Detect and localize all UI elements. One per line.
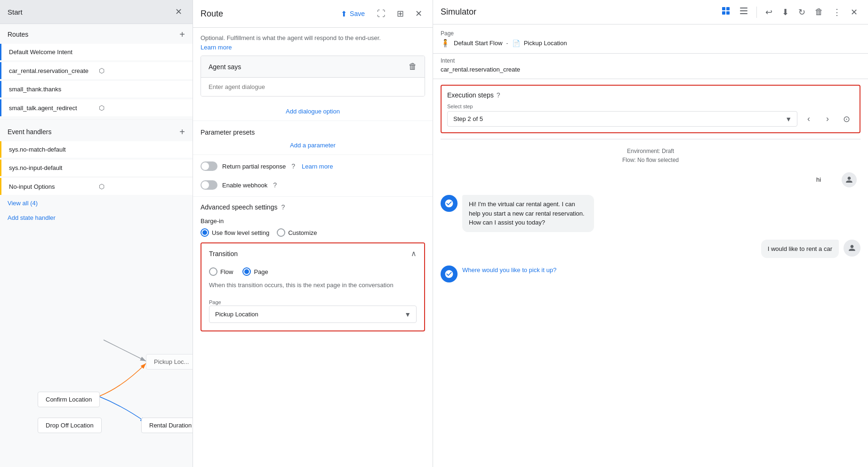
sim-page-info: Page 🧍 Default Start Flow - 📄 Pickup Loc…: [433, 24, 868, 54]
event-label: No-input Options: [9, 183, 95, 190]
advanced-speech-header: Advanced speech settings ?: [193, 199, 433, 216]
page-radio[interactable]: [242, 267, 251, 276]
path-dash: -: [506, 40, 508, 47]
agent-says-input[interactable]: [201, 78, 425, 96]
routes-section-header: Routes +: [0, 24, 193, 43]
canvas-node-dropoff[interactable]: Drop Off Location: [38, 418, 102, 433]
exec-steps-help-icon[interactable]: ?: [497, 91, 500, 99]
list-view-button[interactable]: [737, 5, 751, 19]
more-options-button[interactable]: ⋮: [830, 5, 844, 19]
collapse-transition-button[interactable]: ∧: [411, 249, 417, 258]
transition-description: When this transition occurs, this is the…: [201, 280, 424, 294]
event-item-no-input[interactable]: sys.no-input-default: [0, 160, 193, 176]
learn-more-link[interactable]: Learn more: [201, 44, 232, 51]
svg-rect-9: [740, 8, 747, 8]
doc-icon: ⬡: [99, 183, 185, 190]
event-item-no-input-options[interactable]: No-input Options ⬡: [0, 178, 193, 195]
simulator-title: Simulator: [441, 7, 715, 17]
table-view-button[interactable]: [719, 5, 733, 19]
route-label: Default Welcome Intent: [9, 48, 185, 56]
event-label: sys.no-match-default: [9, 146, 185, 153]
view-all-link[interactable]: View all (4): [0, 196, 193, 210]
refresh-button[interactable]: ↻: [796, 5, 808, 19]
event-handlers-section-header: Event handlers +: [0, 121, 193, 140]
fullscreen-button[interactable]: ⛶: [374, 6, 388, 22]
canvas-node-pickup[interactable]: Pickup Loc...: [146, 354, 193, 370]
svg-rect-11: [740, 13, 747, 14]
transition-type-row: Flow Page: [201, 264, 424, 280]
use-flow-level-label: Use flow level setting: [212, 229, 269, 236]
user-avatar: [844, 240, 860, 257]
webhook-help-icon[interactable]: ?: [273, 181, 277, 189]
canvas-node-rental[interactable]: Rental Duration: [141, 418, 193, 433]
page-select-label: Page: [209, 299, 221, 305]
flow-radio[interactable]: [209, 267, 217, 276]
return-partial-learn-more[interactable]: Learn more: [302, 163, 333, 170]
customize-label: Customize: [288, 229, 317, 236]
exec-step-select[interactable]: Step 1 of 5 Step 2 of 5 Step 3 of 5 Step…: [447, 111, 797, 127]
route-item-car-rental[interactable]: car_rental.reservation_create ⬡: [0, 62, 193, 79]
chat-area: Environment: Draft Flow: No flow selecte…: [433, 139, 868, 467]
agent-greeting-bubble: Hi! I'm the virtual car rental agent. I …: [462, 195, 594, 232]
sim-page-path: 🧍 Default Start Flow - 📄 Pickup Location: [441, 39, 860, 48]
user-hi-container: hi: [441, 172, 857, 187]
customize-radio[interactable]: [277, 228, 285, 237]
download-button[interactable]: ⬇: [779, 5, 792, 19]
route-panel-header: Route ⬆ Save ⛶ ⊞ ✕: [193, 0, 433, 28]
close-simulator-button[interactable]: ✕: [848, 5, 860, 19]
advanced-speech-help-icon[interactable]: ?: [281, 203, 285, 211]
exec-target-button[interactable]: ⊙: [839, 112, 854, 127]
return-partial-label: Return partial response: [222, 163, 286, 170]
page-select[interactable]: Pickup Location Drop Off Location Confir…: [209, 306, 417, 323]
agent-followup-message: Where would you like to pick it up?: [441, 266, 860, 282]
exec-prev-button[interactable]: ‹: [801, 112, 816, 127]
doc-icon: ⬡: [99, 104, 185, 112]
route-description: Optional. Fulfillment is what the agent …: [193, 28, 433, 56]
use-flow-level-option[interactable]: Use flow level setting: [201, 228, 269, 237]
doc-icon: ⬡: [99, 67, 185, 74]
customize-option[interactable]: Customize: [277, 228, 317, 237]
routes-label: Routes: [8, 31, 28, 38]
delete-agent-says-button[interactable]: 🗑: [409, 62, 417, 72]
page-name: Pickup Location: [524, 40, 567, 47]
barge-in-label: Barge-in: [201, 217, 425, 225]
event-item-no-match[interactable]: sys.no-match-default: [0, 141, 193, 158]
page-radio-option[interactable]: Page: [242, 267, 268, 276]
sim-page-section-label: Page: [441, 30, 860, 37]
page-select-wrapper: Pickup Location Drop Off Location Confir…: [209, 306, 417, 323]
intent-value: car_rental.reservation_create: [441, 66, 860, 73]
user-hi-text: hi: [816, 176, 821, 183]
add-dialogue-button[interactable]: Add dialogue option: [193, 104, 433, 119]
enable-webhook-toggle[interactable]: [201, 180, 217, 190]
undo-button[interactable]: ↩: [763, 5, 775, 19]
exec-next-button[interactable]: ›: [820, 112, 835, 127]
exec-steps-title: Execution steps: [447, 91, 494, 99]
close-left-panel-button[interactable]: ✕: [172, 6, 185, 18]
environment-info: Environment: Draft Flow: No flow selecte…: [441, 147, 860, 165]
env-text: Environment: Draft: [441, 147, 860, 156]
add-event-handler-button[interactable]: +: [179, 127, 185, 137]
grid-button[interactable]: ⊞: [394, 6, 407, 22]
flow-person-icon: 🧍: [441, 39, 450, 48]
page-file-icon: 📄: [512, 40, 520, 47]
delete-sim-button[interactable]: 🗑: [812, 5, 826, 19]
agent-says-title: Agent says: [209, 63, 241, 71]
canvas-node-confirm[interactable]: Confirm Location: [38, 392, 100, 407]
route-title: Route: [201, 9, 331, 19]
agent-followup-bubble: Where would you like to pick it up?: [462, 266, 556, 275]
use-flow-level-radio[interactable]: [201, 228, 209, 237]
route-item-small-talk[interactable]: small_talk.agent_redirect ⬡: [0, 99, 193, 116]
add-route-button[interactable]: +: [179, 30, 185, 39]
return-partial-toggle[interactable]: [201, 161, 217, 171]
middle-panel: Route ⬆ Save ⛶ ⊞ ✕ Optional. Fulfillment…: [193, 0, 433, 467]
panel-title: Start: [8, 8, 23, 16]
add-state-handler-link[interactable]: Add state handler: [0, 210, 193, 225]
save-button[interactable]: ⬆ Save: [337, 7, 369, 21]
add-parameter-button[interactable]: Add a parameter: [193, 138, 433, 153]
return-partial-help-icon[interactable]: ?: [291, 162, 295, 170]
flow-radio-option[interactable]: Flow: [209, 267, 233, 276]
route-item-small-thank[interactable]: small_thank.thanks: [0, 81, 193, 97]
user-rent-message: I would like to rent a car: [441, 240, 860, 258]
route-item-default-welcome[interactable]: Default Welcome Intent: [0, 44, 193, 60]
close-route-button[interactable]: ✕: [412, 6, 425, 22]
